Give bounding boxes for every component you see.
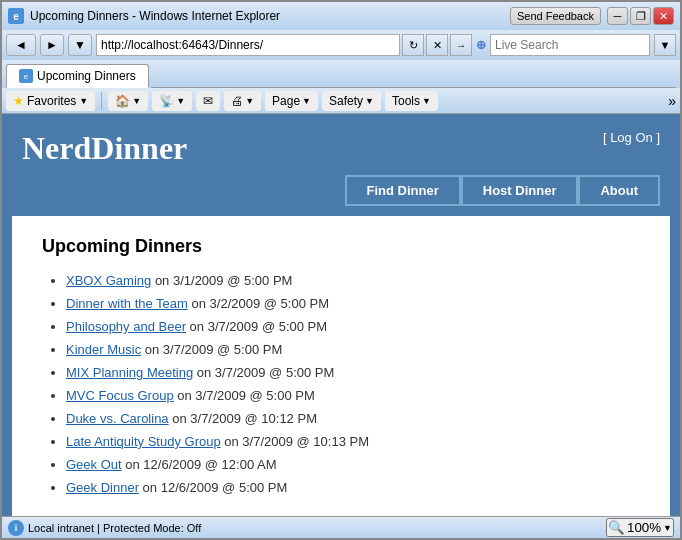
home-button[interactable]: 🏠 ▼	[108, 91, 148, 111]
live-search-label: ⊕	[476, 38, 486, 52]
dinner-link[interactable]: Kinder Music	[66, 342, 141, 357]
back-button[interactable]: ◄	[6, 34, 36, 56]
list-item: Late Antiquity Study Group on 3/7/2009 @…	[66, 434, 640, 449]
title-bar: e Upcoming Dinners - Windows Internet Ex…	[2, 2, 680, 30]
browser-title: Upcoming Dinners - Windows Internet Expl…	[30, 9, 280, 23]
dinner-date: on 3/7/2009 @ 5:00 PM	[186, 319, 327, 334]
dinner-date: on 3/1/2009 @ 5:00 PM	[151, 273, 292, 288]
favorites-dropdown-icon: ▼	[79, 96, 88, 106]
page-heading: Upcoming Dinners	[42, 236, 640, 257]
list-item: XBOX Gaming on 3/1/2009 @ 5:00 PM	[66, 273, 640, 288]
address-input[interactable]	[96, 34, 400, 56]
forward-button[interactable]: ►	[40, 34, 64, 56]
home-dropdown-icon: ▼	[132, 96, 141, 106]
zoom-icon: 🔍	[608, 520, 625, 535]
dinner-link[interactable]: Geek Out	[66, 457, 122, 472]
dinner-link[interactable]: Philosophy and Beer	[66, 319, 186, 334]
tab-label: Upcoming Dinners	[37, 69, 136, 83]
status-left: i Local intranet | Protected Mode: Off	[8, 520, 201, 536]
zoom-dropdown-icon: ▼	[663, 523, 672, 533]
list-item: Dinner with the Team on 3/2/2009 @ 5:00 …	[66, 296, 640, 311]
tools-dropdown-icon: ▼	[422, 96, 431, 106]
page-dropdown-icon: ▼	[302, 96, 311, 106]
zoom-button[interactable]: 🔍 100% ▼	[606, 518, 674, 537]
host-dinner-nav[interactable]: Host Dinner	[461, 175, 579, 206]
rss-icon: 📡	[159, 94, 174, 108]
toolbar-bar: ★ Favorites ▼ 🏠 ▼ 📡 ▼ ✉ 🖨 ▼ Page ▼ Safet…	[2, 88, 680, 114]
rss-button[interactable]: 📡 ▼	[152, 91, 192, 111]
tab-upcoming-dinners[interactable]: e Upcoming Dinners	[6, 64, 149, 88]
stop-button[interactable]: ✕	[426, 34, 448, 56]
site-nav: Find Dinner Host Dinner About	[2, 175, 680, 216]
refresh-button[interactable]: ↻	[402, 34, 424, 56]
minimize-button[interactable]: ─	[607, 7, 628, 25]
dinner-link[interactable]: Duke vs. Carolina	[66, 411, 169, 426]
home-icon: 🏠	[115, 94, 130, 108]
status-text: Local intranet | Protected Mode: Off	[28, 522, 201, 534]
list-item: Geek Out on 12/6/2009 @ 12:00 AM	[66, 457, 640, 472]
find-dinner-nav[interactable]: Find Dinner	[345, 175, 461, 206]
browser-window: e Upcoming Dinners - Windows Internet Ex…	[0, 0, 682, 540]
zoom-level: 100%	[627, 520, 661, 535]
nav-bar: ◄ ► ▼ ↻ ✕ → ⊕ ▼	[2, 30, 680, 60]
go-button[interactable]: →	[450, 34, 472, 56]
list-item: MVC Focus Group on 3/7/2009 @ 5:00 PM	[66, 388, 640, 403]
toolbar-separator-1	[101, 92, 102, 110]
dinner-link[interactable]: MIX Planning Meeting	[66, 365, 193, 380]
dinner-link[interactable]: MVC Focus Group	[66, 388, 174, 403]
status-right: 🔍 100% ▼	[606, 518, 674, 537]
page-button[interactable]: Page ▼	[265, 91, 318, 111]
site-title: NerdDinner	[22, 130, 187, 167]
dinner-date: on 3/7/2009 @ 10:12 PM	[169, 411, 317, 426]
print-button[interactable]: 🖨 ▼	[224, 91, 261, 111]
ie-icon: e	[8, 8, 24, 24]
list-item: MIX Planning Meeting on 3/7/2009 @ 5:00 …	[66, 365, 640, 380]
ie-tab-icon: e	[19, 69, 33, 83]
dinner-link[interactable]: XBOX Gaming	[66, 273, 151, 288]
dinner-link[interactable]: Late Antiquity Study Group	[66, 434, 221, 449]
page-content: NerdDinner [ Log On ] Find Dinner Host D…	[2, 114, 680, 516]
dinner-link[interactable]: Dinner with the Team	[66, 296, 188, 311]
search-bar: ⊕ ▼	[476, 34, 676, 56]
search-go-button[interactable]: ▼	[654, 34, 676, 56]
mail-button[interactable]: ✉	[196, 91, 220, 111]
star-icon: ★	[13, 94, 24, 108]
dinner-date: on 12/6/2009 @ 12:00 AM	[122, 457, 277, 472]
intranet-icon: i	[8, 520, 24, 536]
dinner-date: on 3/7/2009 @ 5:00 PM	[141, 342, 282, 357]
dinner-date: on 12/6/2009 @ 5:00 PM	[139, 480, 287, 495]
list-item: Geek Dinner on 12/6/2009 @ 5:00 PM	[66, 480, 640, 495]
favorites-button[interactable]: ★ Favorites ▼	[6, 91, 95, 111]
print-icon: 🖨	[231, 94, 243, 108]
restore-button[interactable]: ❐	[630, 7, 651, 25]
list-item: Duke vs. Carolina on 3/7/2009 @ 10:12 PM	[66, 411, 640, 426]
page-scroll-area[interactable]: NerdDinner [ Log On ] Find Dinner Host D…	[2, 114, 680, 516]
title-bar-left: e Upcoming Dinners - Windows Internet Ex…	[8, 8, 280, 24]
status-bar: i Local intranet | Protected Mode: Off 🔍…	[2, 516, 680, 538]
tabs-bar: e Upcoming Dinners	[2, 60, 680, 88]
search-input[interactable]	[490, 34, 650, 56]
safety-button[interactable]: Safety ▼	[322, 91, 381, 111]
login-link[interactable]: [ Log On ]	[603, 130, 660, 145]
dinner-date: on 3/7/2009 @ 5:00 PM	[174, 388, 315, 403]
close-button[interactable]: ✕	[653, 7, 674, 25]
window-controls: ─ ❐ ✕	[607, 7, 674, 25]
dinner-link[interactable]: Geek Dinner	[66, 480, 139, 495]
print-dropdown-icon: ▼	[245, 96, 254, 106]
more-tools-icon[interactable]: »	[668, 93, 676, 109]
dinner-list: XBOX Gaming on 3/1/2009 @ 5:00 PMDinner …	[42, 273, 640, 495]
nerddinner-page: NerdDinner [ Log On ] Find Dinner Host D…	[2, 114, 680, 516]
about-nav[interactable]: About	[578, 175, 660, 206]
tools-button[interactable]: Tools ▼	[385, 91, 438, 111]
dinner-date: on 3/7/2009 @ 10:13 PM	[221, 434, 369, 449]
list-item: Philosophy and Beer on 3/7/2009 @ 5:00 P…	[66, 319, 640, 334]
dinner-date: on 3/7/2009 @ 5:00 PM	[193, 365, 334, 380]
safety-dropdown-icon: ▼	[365, 96, 374, 106]
dropdown-button[interactable]: ▼	[68, 34, 92, 56]
dinner-date: on 3/2/2009 @ 5:00 PM	[188, 296, 329, 311]
mail-icon: ✉	[203, 94, 213, 108]
site-header: NerdDinner [ Log On ]	[2, 114, 680, 175]
list-item: Kinder Music on 3/7/2009 @ 5:00 PM	[66, 342, 640, 357]
site-body: Upcoming Dinners XBOX Gaming on 3/1/2009…	[12, 216, 670, 516]
send-feedback-button[interactable]: Send Feedback	[510, 7, 601, 25]
